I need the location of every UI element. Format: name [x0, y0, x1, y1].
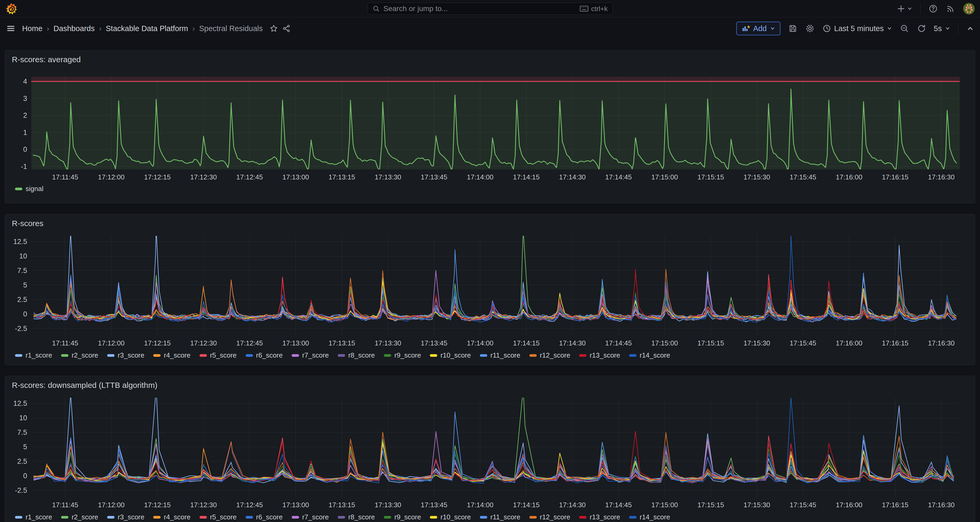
panel-title[interactable]: R-scores: downsampled (LTTB algorithm)	[9, 378, 971, 392]
legend-item[interactable]: r7_score	[292, 351, 329, 359]
refresh-interval-picker[interactable]: 5s	[934, 24, 950, 33]
legend-item[interactable]: r7_score	[292, 513, 329, 521]
panel-title[interactable]: R-scores: averaged	[9, 53, 971, 67]
panel-title[interactable]: R-scores	[9, 216, 971, 231]
svg-text:17:13:45: 17:13:45	[421, 339, 447, 347]
legend-item[interactable]: r12_score	[529, 351, 570, 359]
legend-item[interactable]: r11_score	[480, 513, 520, 521]
legend-label: r10_score	[441, 351, 471, 359]
grafana-logo[interactable]	[5, 3, 18, 15]
legend-item[interactable]: signal	[15, 185, 43, 193]
legend-item[interactable]: r2_score	[61, 513, 98, 521]
legend-label: r14_score	[640, 351, 670, 359]
legend-item[interactable]: r8_score	[338, 513, 375, 521]
legend-item[interactable]: r8_score	[338, 351, 375, 359]
legend-swatch	[338, 516, 345, 519]
breadcrumb-separator: ›	[46, 24, 49, 33]
panel-r-scores-averaged: R-scores: averaged -10123417:11:4517:12:…	[5, 50, 975, 203]
legend-item[interactable]: r3_score	[107, 351, 144, 359]
legend-label: r2_score	[72, 513, 98, 521]
legend-item[interactable]: r6_score	[246, 351, 283, 359]
legend-label: r9_score	[394, 513, 421, 521]
svg-text:17:12:30: 17:12:30	[190, 501, 216, 509]
chevron-down-icon	[770, 26, 775, 31]
legend-item[interactable]: r14_score	[629, 351, 670, 359]
legend-swatch	[107, 354, 115, 357]
svg-text:5: 5	[23, 281, 27, 289]
svg-text:2.5: 2.5	[17, 457, 27, 465]
svg-text:17:14:30: 17:14:30	[559, 339, 586, 347]
hamburger-icon	[6, 24, 16, 34]
legend-swatch	[15, 354, 22, 357]
svg-text:4: 4	[23, 77, 27, 85]
legend-swatch	[153, 516, 161, 519]
svg-text:5: 5	[23, 443, 27, 451]
breadcrumb: Home › Dashboards › Stackable Data Platf…	[22, 24, 291, 33]
refresh-button[interactable]	[917, 24, 926, 33]
svg-text:17:15:15: 17:15:15	[697, 339, 724, 347]
add-panel-icon	[741, 24, 750, 33]
legend-label: r11_score	[490, 351, 520, 359]
legend-item[interactable]: r12_score	[529, 513, 570, 521]
legend-swatch	[292, 354, 299, 357]
svg-text:17:13:30: 17:13:30	[375, 339, 401, 347]
breadcrumb-home[interactable]: Home	[22, 24, 42, 33]
news-button[interactable]	[946, 4, 955, 13]
gear-icon	[805, 24, 815, 33]
legend-item[interactable]: r13_score	[579, 513, 620, 521]
favorite-button[interactable]	[270, 24, 278, 33]
legend-item[interactable]: r5_score	[199, 351, 237, 359]
svg-text:2.5: 2.5	[17, 296, 27, 303]
svg-text:17:11:45: 17:11:45	[52, 501, 78, 509]
chevron-down-icon	[945, 26, 950, 31]
svg-text:17:16:30: 17:16:30	[928, 339, 955, 347]
svg-text:17:14:00: 17:14:00	[467, 173, 493, 181]
legend-label: r4_score	[164, 513, 190, 521]
save-dashboard-button[interactable]	[788, 24, 797, 33]
legend-item[interactable]: r5_score	[199, 513, 237, 521]
legend-item[interactable]: r1_score	[15, 513, 52, 521]
legend-item[interactable]: r13_score	[579, 351, 620, 359]
add-panel-button[interactable]: Add	[736, 22, 781, 35]
legend-item[interactable]: r9_score	[384, 351, 421, 359]
svg-text:17:16:15: 17:16:15	[882, 501, 908, 509]
zoom-out-time-button[interactable]	[900, 24, 909, 33]
legend-item[interactable]: r11_score	[480, 351, 520, 359]
search-input[interactable]: Search or jump to... ctrl+k	[368, 3, 613, 15]
collapse-topbar-button[interactable]	[966, 24, 974, 32]
timeseries-chart-averaged[interactable]: -10123417:11:4517:12:0017:12:1517:12:301…	[9, 67, 971, 183]
timeseries-chart-downsampled[interactable]: -2.502.557.51012.517:11:4517:12:0017:12:…	[9, 392, 971, 511]
legend-item[interactable]: r4_score	[153, 351, 190, 359]
timeseries-chart-rscores[interactable]: -2.502.557.51012.517:11:4517:12:0017:12:…	[9, 231, 971, 349]
legend-label: r13_score	[590, 351, 620, 359]
svg-text:-1: -1	[21, 163, 27, 171]
legend-item[interactable]: r10_score	[430, 351, 471, 359]
legend-item[interactable]: r2_score	[61, 351, 98, 359]
svg-text:17:15:30: 17:15:30	[744, 173, 770, 181]
svg-text:17:14:45: 17:14:45	[605, 173, 632, 181]
avatar[interactable]	[963, 3, 975, 14]
legend-item[interactable]: r14_score	[629, 513, 670, 521]
legend-item[interactable]: r6_score	[246, 513, 283, 521]
dashboard-settings-button[interactable]	[805, 24, 815, 33]
legend-swatch	[529, 354, 537, 357]
svg-text:0: 0	[23, 145, 27, 153]
legend-item[interactable]: r9_score	[384, 513, 421, 521]
save-icon	[788, 24, 797, 33]
legend-item[interactable]: r4_score	[153, 513, 190, 521]
legend-item[interactable]: r3_score	[107, 513, 144, 521]
menu-toggle-button[interactable]	[6, 24, 16, 34]
time-range-picker[interactable]: Last 5 minutes	[822, 24, 892, 33]
legend-label: r5_score	[210, 513, 237, 521]
help-button[interactable]	[928, 4, 938, 13]
rss-icon	[946, 4, 955, 13]
legend-item[interactable]: r1_score	[15, 351, 52, 359]
breadcrumb-dashboards[interactable]: Dashboards	[53, 24, 94, 33]
svg-text:7.5: 7.5	[17, 428, 27, 436]
legend-label: r8_score	[348, 351, 375, 359]
legend-item[interactable]: r10_score	[430, 513, 471, 521]
svg-text:17:14:15: 17:14:15	[513, 173, 539, 181]
share-button[interactable]	[282, 24, 291, 33]
new-menu-button[interactable]	[897, 4, 912, 13]
breadcrumb-folder[interactable]: Stackable Data Platform	[106, 24, 188, 33]
